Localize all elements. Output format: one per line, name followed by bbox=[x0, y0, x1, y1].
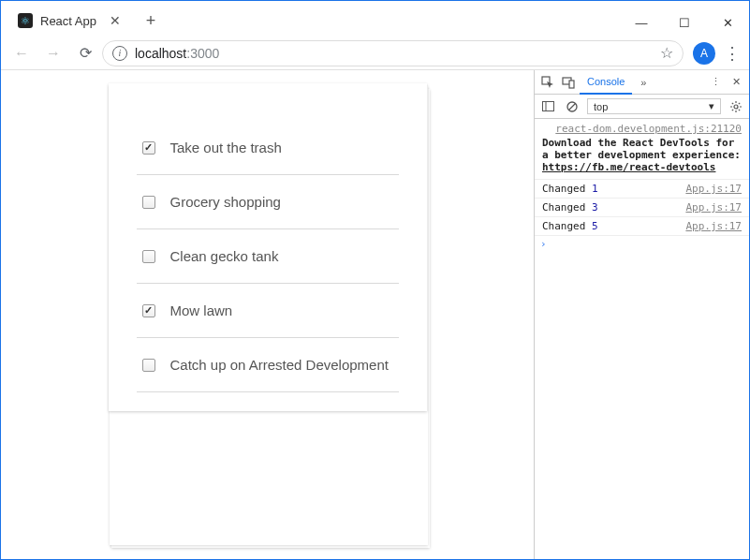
log-value: 5 bbox=[592, 220, 598, 232]
console-prompt[interactable]: › bbox=[535, 236, 749, 252]
log-source-link[interactable]: App.js:17 bbox=[685, 183, 742, 195]
close-tab-icon[interactable]: ✕ bbox=[110, 13, 121, 28]
console-output: react-dom.development.js:21120 Download … bbox=[535, 119, 749, 559]
todo-label: Catch up on Arrested Development bbox=[170, 357, 389, 373]
site-info-icon[interactable]: i bbox=[112, 46, 127, 61]
todo-label: Mow lawn bbox=[170, 302, 233, 318]
forward-button[interactable]: → bbox=[38, 39, 68, 67]
devtools-panel: Console » ⋮ ✕ top▾ bbox=[534, 70, 749, 559]
svg-point-7 bbox=[734, 105, 738, 109]
url-input[interactable]: i localhost:3000 ☆ bbox=[102, 40, 684, 66]
window-titlebar: ⚛ React App ✕ + — ☐ ✕ bbox=[1, 1, 749, 37]
more-tabs-icon[interactable]: » bbox=[634, 73, 653, 92]
devtools-download-link[interactable]: https://fb.me/react-devtools bbox=[542, 161, 715, 173]
log-message: Changed bbox=[542, 220, 585, 232]
device-toolbar-icon[interactable] bbox=[559, 73, 578, 92]
page-viewport: Take out the trashGrocery shoppingClean … bbox=[1, 70, 534, 559]
todo-label: Take out the trash bbox=[170, 140, 282, 155]
address-bar: ← → ⟳ i localhost:3000 ☆ A ⋮ bbox=[1, 37, 749, 70]
window-close-button[interactable]: ✕ bbox=[706, 8, 749, 37]
clear-console-icon[interactable] bbox=[563, 97, 581, 116]
log-message: Changed bbox=[542, 183, 585, 195]
inspect-element-icon[interactable] bbox=[538, 73, 557, 92]
back-button[interactable]: ← bbox=[7, 39, 37, 67]
todo-checkbox[interactable] bbox=[142, 250, 155, 263]
console-log-row: Changed 3App.js:17 bbox=[535, 199, 749, 217]
console-settings-icon[interactable] bbox=[727, 97, 745, 116]
window-minimize-button[interactable]: — bbox=[620, 8, 663, 37]
log-value: 3 bbox=[592, 201, 598, 214]
svg-rect-3 bbox=[542, 102, 553, 111]
todo-checkbox[interactable] bbox=[142, 304, 155, 317]
console-toolbar: top▾ bbox=[535, 95, 749, 119]
todo-checkbox[interactable] bbox=[142, 359, 155, 372]
log-message: Changed bbox=[542, 201, 585, 214]
svg-line-6 bbox=[569, 103, 576, 110]
todo-checkbox[interactable] bbox=[142, 196, 155, 209]
devtools-close-icon[interactable]: ✕ bbox=[727, 73, 745, 92]
log-value: 1 bbox=[592, 183, 598, 195]
todo-label: Clean gecko tank bbox=[170, 248, 279, 264]
log-source-link[interactable]: App.js:17 bbox=[685, 201, 742, 214]
window-maximize-button[interactable]: ☐ bbox=[663, 8, 706, 37]
reload-button[interactable]: ⟳ bbox=[70, 39, 100, 67]
todo-item: Mow lawn bbox=[137, 284, 399, 338]
browser-menu-button[interactable]: ⋮ bbox=[721, 43, 743, 64]
todo-label: Grocery shopping bbox=[170, 194, 281, 210]
console-tab[interactable]: Console bbox=[580, 70, 632, 95]
profile-avatar[interactable]: A bbox=[693, 42, 715, 65]
execution-context-select[interactable]: top▾ bbox=[587, 98, 721, 114]
todo-item: Clean gecko tank bbox=[137, 229, 399, 284]
todo-item: Catch up on Arrested Development bbox=[137, 338, 399, 392]
console-log-row: Changed 1App.js:17 bbox=[535, 180, 749, 199]
bookmark-star-icon[interactable]: ☆ bbox=[660, 44, 673, 62]
console-log-row: Changed 5App.js:17 bbox=[535, 217, 749, 236]
url-text: localhost:3000 bbox=[135, 46, 219, 61]
todo-item: Take out the trash bbox=[137, 121, 399, 175]
log-source-link[interactable]: App.js:17 bbox=[685, 220, 742, 232]
devtools-tabbar: Console » ⋮ ✕ bbox=[535, 70, 749, 95]
devtools-menu-icon[interactable]: ⋮ bbox=[706, 73, 725, 92]
devtools-download-message: Download the React DevTools for a better… bbox=[535, 135, 749, 180]
tab-title: React App bbox=[40, 14, 96, 28]
new-tab-button[interactable]: + bbox=[138, 7, 164, 34]
todo-item: Grocery shopping bbox=[137, 175, 399, 229]
todo-card: Take out the trashGrocery shoppingClean … bbox=[109, 83, 427, 411]
source-link[interactable]: react-dom.development.js:21120 bbox=[535, 119, 749, 135]
browser-tab[interactable]: ⚛ React App ✕ bbox=[8, 5, 134, 37]
todo-checkbox[interactable] bbox=[142, 141, 155, 155]
svg-rect-2 bbox=[569, 81, 574, 88]
react-favicon-icon: ⚛ bbox=[18, 13, 33, 28]
console-sidebar-toggle-icon[interactable] bbox=[538, 97, 557, 116]
